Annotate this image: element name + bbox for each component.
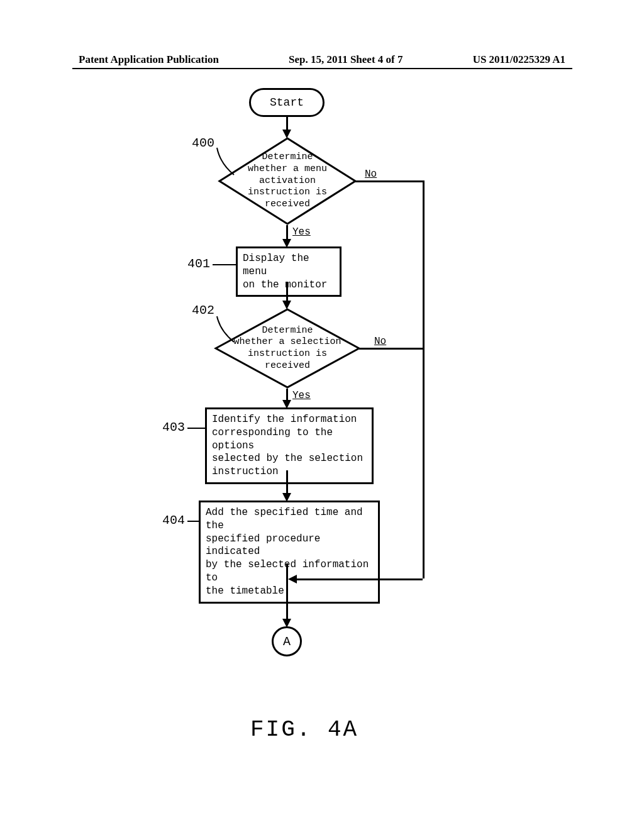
header-right: US 2011/0225329 A1 <box>473 53 565 66</box>
edge-no-402: No <box>374 336 386 347</box>
line-400-no-v <box>423 180 425 621</box>
arrow-401-402 <box>286 282 288 302</box>
arrowhead-no-merge <box>288 575 297 584</box>
line-400-no-h <box>355 180 425 182</box>
process-401: Display the menu on the monitor <box>236 246 341 297</box>
label-404: 404 <box>162 513 185 528</box>
arrow-402-403 <box>286 389 288 401</box>
label-401: 401 <box>187 257 210 271</box>
process-403: Identify the information corresponding t… <box>205 407 374 484</box>
decision-402-text: Determine whether a selection instructio… <box>233 325 341 372</box>
edge-no-400: No <box>365 169 377 180</box>
arrow-400-401 <box>286 225 288 240</box>
process-404: Add the specified time and the specified… <box>199 501 380 604</box>
connector-a-label: A <box>283 634 291 649</box>
arrow-404-a <box>286 563 288 620</box>
label-402: 402 <box>192 303 214 318</box>
start-terminal: Start <box>249 88 325 117</box>
figure-caption: FIG. 4A <box>250 717 358 743</box>
label-lead-404 <box>187 521 199 522</box>
arrow-start-400 <box>286 117 288 131</box>
label-lead-401 <box>213 264 236 265</box>
header-left: Patent Application Publication <box>79 53 219 66</box>
edge-yes-400: Yes <box>292 226 311 238</box>
start-label: Start <box>270 96 304 109</box>
edge-yes-402: Yes <box>292 390 311 401</box>
label-403: 403 <box>162 420 185 434</box>
arrow-403-404 <box>286 470 288 494</box>
decision-400-text: Determine whether a menu activation inst… <box>248 152 327 211</box>
header-center: Sep. 15, 2011 Sheet 4 of 7 <box>289 53 402 66</box>
label-lead-400 <box>214 145 239 182</box>
label-lead-403 <box>187 428 205 429</box>
label-400: 400 <box>192 136 214 150</box>
header-rule <box>72 68 572 69</box>
line-402-no-h <box>359 348 425 350</box>
connector-a: A <box>272 626 302 656</box>
flowchart-figure: Start Determine whether a menu activatio… <box>0 82 644 673</box>
line-no-merge-h <box>296 578 425 580</box>
page-header: Patent Application Publication Sep. 15, … <box>0 53 644 66</box>
line-no-merge-v <box>423 578 425 621</box>
